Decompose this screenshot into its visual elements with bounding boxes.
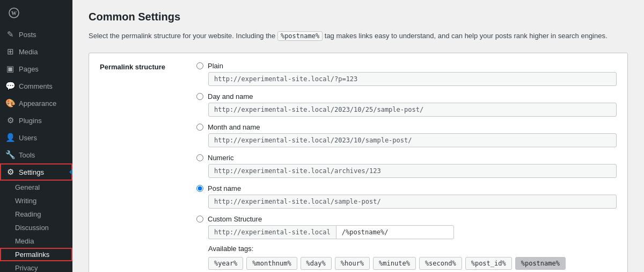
custom-radio[interactable] [196,216,203,223]
month-name-url: http://experimental-site.local/2023/10/s… [208,133,617,147]
plain-radio[interactable] [196,62,203,69]
sidebar-item-media[interactable]: ⊞ Media [0,43,72,60]
sidebar-item-settings[interactable]: ⚙ Settings [0,163,72,181]
month-name-radio[interactable] [196,124,203,131]
tags-list: %year%%monthnum%%day%%hour%%minute%%seco… [208,257,617,272]
users-icon: 👤 [5,133,15,142]
permalink-structure-label: Permalink structure [100,62,196,71]
postname-tag: %postname% [277,31,323,41]
sidebar-item-pages[interactable]: ▣ Pages [0,60,72,77]
custom-url-prefix: http://experimental-site.local [208,225,336,239]
submenu-reading[interactable]: Reading [0,207,72,221]
sidebar-item-plugins[interactable]: ⚙ Plugins [0,112,72,129]
posts-icon: ✎ [5,30,15,39]
day-name-url: http://experimental-site.local/2023/10/2… [208,103,617,117]
tag-monthnum[interactable]: %monthnum% [246,257,297,270]
wp-logo-icon: W [5,4,23,22]
permalink-options: Plain http://experimental-site.local/?p=… [196,62,617,272]
month-name-label[interactable]: Month and name [196,123,617,131]
custom-structure-input-row: http://experimental-site.local [208,225,617,239]
submenu-media[interactable]: Media [0,234,72,248]
day-name-label[interactable]: Day and name [196,92,617,101]
plain-label[interactable]: Plain [196,62,617,70]
post-name-label[interactable]: Post name [196,184,617,192]
tag-minute[interactable]: %minute% [373,257,416,270]
available-tags-section: Available tags: %year%%monthnum%%day%%ho… [208,245,617,272]
submenu-privacy[interactable]: Privacy [0,261,72,272]
description: Select the permalink structure for your … [89,31,628,42]
main-content: Common Settings Select the permalink str… [72,0,644,272]
custom-url-input[interactable] [336,225,454,239]
option-day-name: Day and name http://experimental-site.lo… [196,92,617,117]
post-name-radio[interactable] [196,185,203,192]
option-month-name: Month and name http://experimental-site.… [196,123,617,147]
page-title: Common Settings [89,11,628,23]
available-tags-label: Available tags: [208,245,617,253]
tools-icon: 🔧 [5,150,15,160]
numeric-label[interactable]: Numeric [196,154,617,162]
tag-year[interactable]: %year% [208,257,243,270]
tag-post_id[interactable]: %post_id% [465,257,512,270]
tag-postname[interactable]: %postname% [515,257,566,270]
sidebar-item-appearance[interactable]: 🎨 Appearance [0,95,72,112]
submenu-general[interactable]: General [0,181,72,194]
settings-table: Permalink structure Plain http://experim… [89,53,628,272]
sidebar-item-comments[interactable]: 💬 Comments [0,77,72,95]
numeric-url: http://experimental-site.local/archives/… [208,164,617,178]
appearance-icon: 🎨 [5,98,15,108]
media-icon: ⊞ [5,47,15,56]
tag-second[interactable]: %second% [419,257,462,270]
post-name-url: http://experimental-site.local/sample-po… [208,195,617,209]
plain-url: http://experimental-site.local/?p=123 [208,72,617,86]
svg-text:W: W [11,10,17,16]
comments-icon: 💬 [5,81,15,91]
plugins-icon: ⚙ [5,116,15,125]
permalink-structure-row: Permalink structure Plain http://experim… [89,53,627,272]
sidebar: W ✎ Posts ⊞ Media ▣ Pages 💬 Comments 🎨 A… [0,0,72,272]
option-plain: Plain http://experimental-site.local/?p=… [196,62,617,86]
numeric-radio[interactable] [196,154,203,161]
custom-label[interactable]: Custom Structure [196,215,617,223]
pages-icon: ▣ [5,64,15,74]
tag-day[interactable]: %day% [301,257,332,270]
day-name-radio[interactable] [196,93,203,100]
sidebar-item-posts[interactable]: ✎ Posts [0,26,72,43]
tag-hour[interactable]: %hour% [335,257,370,270]
settings-icon: ⚙ [5,167,15,177]
option-numeric: Numeric http://experimental-site.local/a… [196,154,617,178]
option-custom: Custom Structure http://experimental-sit… [196,215,617,272]
sidebar-item-users[interactable]: 👤 Users [0,129,72,146]
option-post-name: Post name http://experimental-site.local… [196,184,617,209]
submenu-permalinks[interactable]: Permalinks [0,248,72,261]
submenu-discussion[interactable]: Discussion [0,221,72,234]
wp-logo: W [0,0,72,26]
sidebar-item-tools[interactable]: 🔧 Tools [0,146,72,163]
submenu-writing[interactable]: Writing [0,194,72,207]
